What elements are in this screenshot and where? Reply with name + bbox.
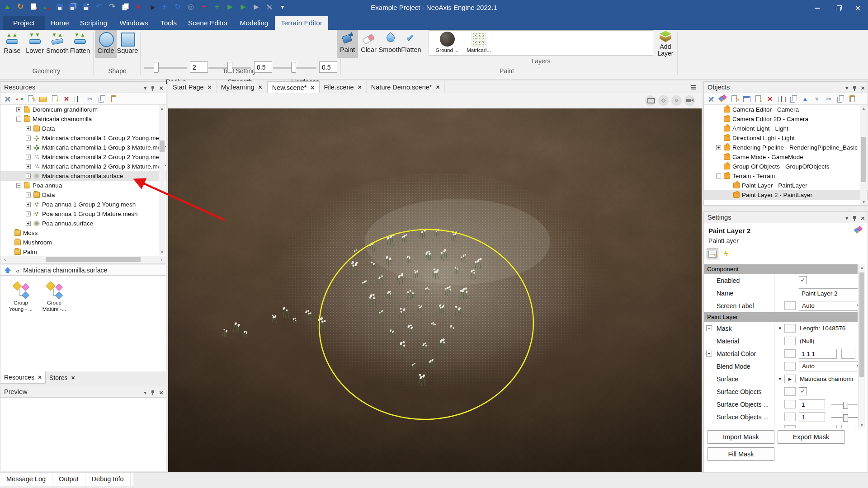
output-tab-message-log[interactable]: Message Log	[0, 473, 52, 486]
tree-expander[interactable]: +	[716, 145, 721, 150]
ribbon-tab-scene-editor[interactable]: Scene Editor	[183, 16, 233, 30]
rename-icon[interactable]	[777, 94, 786, 103]
tab-close-icon[interactable]	[71, 374, 75, 381]
tab-close-icon[interactable]	[259, 84, 262, 91]
close-icon[interactable]	[861, 84, 865, 92]
delete-icon[interactable]	[62, 94, 71, 103]
tools-icon[interactable]	[3, 94, 12, 103]
square-button[interactable]: Square	[117, 30, 138, 58]
text-input[interactable]	[799, 288, 858, 298]
tree-expander[interactable]: +	[16, 107, 21, 112]
tree-item-palm[interactable]: Palm	[0, 247, 166, 256]
copy-icon[interactable]	[836, 94, 845, 103]
color-values-input[interactable]	[799, 349, 837, 359]
tree-item-poa-annua-1-group-3-mature-mesh[interactable]: +Poa annua 1 Group 3 Mature.mesh	[0, 209, 166, 219]
tree-item-group-of-objects-groupofobjects[interactable]: Group Of Objects - GroupOfObjects	[704, 162, 868, 171]
components-icon[interactable]	[718, 94, 727, 103]
tree-item-matricaria-chamomilla-1-group-2-young-mesh[interactable]: +Matricaria chamomilla 1 Group 2 Young.m…	[0, 133, 166, 143]
tree-item-game-mode-gamemode[interactable]: Game Mode - GameMode	[704, 152, 868, 162]
new-resource-icon[interactable]	[50, 94, 59, 103]
tree-expander[interactable]: −	[16, 183, 21, 188]
tab-list-menu-icon[interactable]	[691, 85, 696, 89]
add-layer-button[interactable]: Add Layer	[655, 31, 676, 66]
default-flag-box[interactable]	[784, 387, 796, 396]
slider-value-input[interactable]	[799, 399, 825, 409]
duplicate-icon[interactable]	[789, 94, 798, 103]
sun-small-viewport-button[interactable]	[671, 95, 682, 106]
scene-tab-new-scene[interactable]: New.scene*	[267, 81, 320, 93]
color-swatch[interactable]	[841, 425, 855, 428]
dock-tab-resources[interactable]: Resources	[0, 371, 46, 384]
pin-icon[interactable]	[852, 84, 857, 91]
surface-group-item[interactable]: GroupYoung - ...	[5, 280, 37, 312]
tree-expander[interactable]: +	[26, 126, 31, 131]
strength-slider-thumb[interactable]	[227, 62, 232, 73]
tree-item-poa-annua-surface[interactable]: +Poa annua.surface	[0, 219, 166, 228]
flatten-button[interactable]: Flatten	[69, 30, 91, 58]
resources-tree-scrollbar[interactable]: ▲ ▼	[159, 105, 165, 255]
import-mask-button[interactable]: Import Mask	[708, 430, 774, 444]
default-flag-box[interactable]	[784, 349, 796, 358]
tree-expander[interactable]: +	[26, 136, 31, 141]
tree-expander[interactable]: +	[26, 174, 31, 178]
move-up-icon[interactable]	[801, 94, 810, 103]
collapse-breadcrumb-icon[interactable]: «	[16, 267, 19, 274]
tree-item-mushroom[interactable]: Mushroom	[0, 238, 166, 247]
hardness-slider-thumb[interactable]	[291, 62, 296, 73]
mini-slider[interactable]	[831, 417, 858, 418]
window-icon[interactable]	[742, 94, 751, 103]
tree-item-poa-annua[interactable]: −Poa annua	[0, 181, 166, 190]
fill-mask-button[interactable]: Fill Mask	[708, 447, 774, 461]
tree-expander[interactable]: −	[716, 174, 721, 178]
resources-content-browser[interactable]: GroupYoung - ...GroupMature -...	[0, 276, 166, 371]
tab-close-icon[interactable]	[208, 84, 212, 91]
default-flag-box[interactable]	[784, 337, 796, 345]
tree-item-paint-layer-2-paintlayer[interactable]: Paint Layer 2 - PaintLayer	[704, 190, 868, 200]
tree-expander[interactable]: −	[16, 117, 21, 122]
default-flag-box[interactable]	[784, 425, 796, 428]
tree-item-matricaria-chamomilla-1-group-3-mature-mesh[interactable]: +Matricaria chamomilla 1 Group 3 Mature.…	[0, 143, 166, 152]
display-options-icon[interactable]	[15, 94, 24, 103]
row-expander[interactable]: +	[706, 351, 712, 357]
tree-item-data[interactable]: +Data	[0, 190, 166, 200]
panel-menu-icon[interactable]	[845, 214, 848, 221]
events-tab-button[interactable]	[720, 249, 732, 259]
tree-item-camera-editor-2d-camera[interactable]: Camera Editor 2D - Camera	[704, 114, 868, 124]
edit-icon[interactable]	[730, 94, 739, 103]
ribbon-tab-project[interactable]: Project	[3, 16, 45, 30]
checkbox[interactable]: ✓	[799, 387, 807, 395]
smooth-button[interactable]: Smooth	[46, 30, 69, 58]
panel-menu-icon[interactable]	[144, 389, 146, 396]
layer-item-matricari[interactable]: Matricari...	[465, 32, 493, 55]
hardness-value-input[interactable]	[319, 61, 337, 73]
tree-item-matricaria-chamomilla[interactable]: −Matricaria chamomilla	[0, 114, 166, 124]
circle-button[interactable]: Circle	[95, 30, 117, 58]
tab-close-icon[interactable]	[436, 84, 439, 91]
panel-menu-icon[interactable]	[144, 84, 146, 91]
tab-close-icon[interactable]	[358, 84, 362, 91]
tree-expander[interactable]: +	[26, 155, 31, 160]
paste-icon[interactable]	[109, 94, 118, 103]
ribbon-tab-home[interactable]: Home	[45, 16, 74, 30]
close-icon[interactable]	[159, 389, 163, 396]
rename-icon[interactable]	[74, 94, 83, 103]
display-viewport-button[interactable]	[645, 95, 656, 106]
ribbon-tab-terrain-editor[interactable]: Terrain Editor	[275, 16, 328, 30]
close-icon[interactable]	[159, 84, 163, 92]
close-button[interactable]: ✕	[848, 0, 868, 16]
pin-icon[interactable]	[151, 389, 155, 396]
copy-icon[interactable]	[97, 94, 106, 103]
new-resource-icon[interactable]	[754, 94, 763, 103]
tools-icon[interactable]	[707, 94, 716, 103]
pin-icon[interactable]	[151, 84, 155, 91]
layer-item-ground[interactable]: Ground ...	[433, 32, 461, 55]
tab-close-icon[interactable]	[311, 84, 314, 91]
default-flag-box[interactable]	[784, 324, 796, 333]
scene-tab-file-scene[interactable]: File.scene	[320, 81, 367, 93]
restore-button[interactable]	[827, 0, 848, 16]
smooth-button[interactable]: Smooth	[379, 30, 401, 58]
slider-value-input[interactable]	[799, 412, 825, 422]
surface-group-item[interactable]: GroupMature -...	[38, 280, 70, 312]
paint-layers-list[interactable]: Ground ...Matricari...	[429, 30, 653, 56]
viewport[interactable]	[168, 108, 702, 472]
